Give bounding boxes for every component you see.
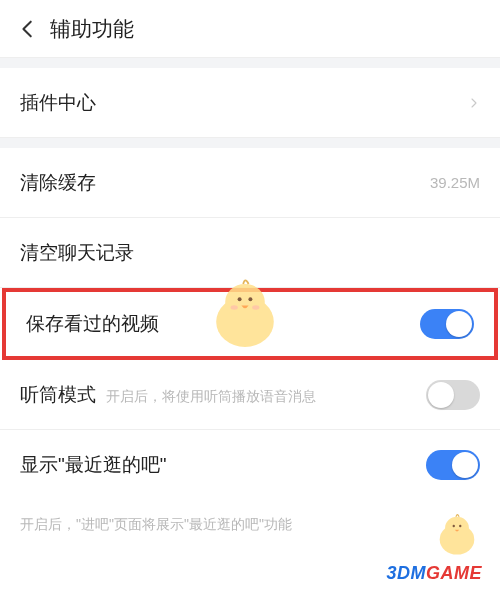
watermark-brand-part2: GAME xyxy=(426,563,482,583)
toggle-knob xyxy=(452,452,478,478)
chevron-right-icon xyxy=(468,93,480,113)
clear-chat-label: 清空聊天记录 xyxy=(20,240,134,266)
plugin-center-label: 插件中心 xyxy=(20,90,96,116)
row-plugin-center[interactable]: 插件中心 xyxy=(0,68,500,138)
page-title: 辅助功能 xyxy=(50,15,134,43)
watermark-logo: 3DMGAME xyxy=(386,563,482,584)
toggle-knob xyxy=(446,311,472,337)
header-bar: 辅助功能 xyxy=(0,0,500,58)
row-clear-cache[interactable]: 清除缓存 39.25M xyxy=(0,148,500,218)
row-earpiece-mode: 听筒模式 开启后，将使用听筒播放语音消息 xyxy=(0,360,500,430)
chevron-left-icon xyxy=(17,18,39,40)
back-button[interactable] xyxy=(14,15,42,43)
clear-cache-label: 清除缓存 xyxy=(20,170,96,196)
save-videos-toggle[interactable] xyxy=(420,309,474,339)
row-show-recent: 显示"最近逛的吧" xyxy=(0,430,500,500)
section-separator xyxy=(0,138,500,148)
earpiece-mode-sublabel: 开启后，将使用听筒播放语音消息 xyxy=(106,388,316,406)
toggle-knob xyxy=(428,382,454,408)
cache-size-value: 39.25M xyxy=(430,174,480,191)
show-recent-toggle[interactable] xyxy=(426,450,480,480)
watermark-brand-part1: 3DM xyxy=(386,563,426,583)
show-recent-note: 开启后，"进吧"页面将展示"最近逛的吧"功能 xyxy=(0,500,500,535)
earpiece-mode-label: 听筒模式 xyxy=(20,382,96,408)
earpiece-mode-toggle[interactable] xyxy=(426,380,480,410)
show-recent-label: 显示"最近逛的吧" xyxy=(20,452,167,478)
save-videos-label: 保存看过的视频 xyxy=(26,311,159,337)
row-clear-chat[interactable]: 清空聊天记录 xyxy=(0,218,500,288)
row-save-watched-videos: 保存看过的视频 xyxy=(2,288,498,360)
section-separator xyxy=(0,58,500,68)
